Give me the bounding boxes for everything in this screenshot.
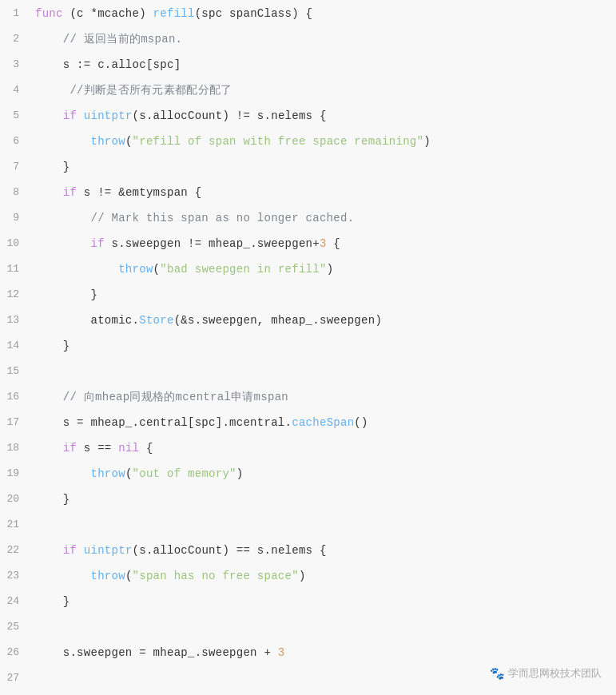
code-token [35, 109, 63, 122]
code-token: "out of memory" [133, 467, 236, 480]
table-row: 1func (c *mcache) refill(spc spanClass) … [0, 0, 616, 26]
line-code: // 返回当前的mspan. [29, 26, 616, 51]
line-code: } [29, 486, 616, 511]
line-number: 21 [0, 511, 29, 537]
table-row: 13 atomic.Store(&s.sweepgen, mheap_.swee… [0, 307, 616, 332]
line-number: 12 [0, 281, 29, 307]
line-code: if s != &emtymspan { [29, 179, 616, 205]
table-row: 15 [0, 358, 616, 383]
code-token [35, 135, 90, 148]
line-code: } [29, 153, 616, 179]
line-number: 6 [0, 128, 29, 153]
line-number: 15 [0, 358, 29, 383]
line-code: //判断是否所有元素都配分配了 [29, 77, 616, 102]
code-token [77, 544, 84, 557]
code-token: Store [139, 314, 173, 327]
code-token: ) [299, 570, 306, 582]
line-number: 22 [0, 537, 29, 562]
line-number: 24 [0, 588, 29, 614]
line-number: 26 [0, 639, 29, 665]
line-code: // 向mheap同规格的mcentral申请mspan [29, 383, 616, 409]
code-token: nil [118, 442, 139, 455]
table-row: 24 } [0, 588, 616, 614]
code-token: (c *mcache) [63, 7, 153, 20]
code-token [35, 570, 90, 582]
code-token: // Mark this span as no longer cached. [90, 212, 354, 224]
code-token [35, 84, 70, 97]
line-number: 9 [0, 205, 29, 230]
line-code: if s == nil { [29, 435, 616, 460]
code-token: throw [90, 467, 125, 480]
table-row: 5 if uintptr(s.allocCount) != s.nelems { [0, 102, 616, 128]
code-token: throw [118, 263, 153, 276]
code-token [35, 391, 63, 403]
line-code: s := c.alloc[spc] [29, 51, 616, 77]
code-token: () [354, 416, 368, 429]
code-token: "refill of span with free space remainin… [133, 135, 424, 148]
code-token: ( [125, 570, 133, 582]
code-token: (spc spanClass) { [195, 7, 313, 20]
line-code [29, 511, 616, 537]
table-row: 6 throw("refill of span with free space … [0, 128, 616, 153]
code-token: { [139, 442, 153, 455]
line-number: 13 [0, 307, 29, 332]
line-code: throw("refill of span with free space re… [29, 128, 616, 153]
line-number: 14 [0, 332, 29, 358]
line-code: throw("bad sweepgen in refill") [29, 256, 616, 281]
code-token: refill [153, 7, 195, 20]
table-row: 21 [0, 511, 616, 537]
code-token: ( [125, 135, 133, 148]
line-code: } [29, 588, 616, 614]
line-code [29, 614, 616, 639]
code-token: "bad sweepgen in refill" [160, 263, 326, 276]
table-row: 22 if uintptr(s.allocCount) == s.nelems … [0, 537, 616, 562]
code-token: if [63, 442, 77, 455]
code-token: uintptr [84, 109, 133, 122]
line-number: 4 [0, 77, 29, 102]
code-token: cacheSpan [292, 416, 354, 429]
code-container: 1func (c *mcache) refill(spc spanClass) … [0, 0, 616, 695]
code-token: s == [77, 442, 118, 455]
line-number: 5 [0, 102, 29, 128]
line-code: throw("out of memory") [29, 460, 616, 486]
table-row: 10 if s.sweepgen != mheap_.sweepgen+3 { [0, 230, 616, 256]
code-token: s.sweepgen = mheap_.sweepgen + [35, 646, 278, 659]
code-token: s := c.alloc[spc] [35, 58, 181, 71]
line-code: } [29, 332, 616, 358]
line-code: // Mark this span as no longer cached. [29, 205, 616, 230]
code-token: (s.allocCount) != s.nelems { [133, 109, 327, 122]
code-token: 3 [278, 646, 285, 659]
table-row: 20 } [0, 486, 616, 511]
table-row: 25 [0, 614, 616, 639]
code-token: if [63, 109, 77, 122]
code-token: (&s.sweepgen, mheap_.sweepgen) [174, 314, 382, 327]
code-token: atomic. [35, 314, 139, 327]
code-token: { [327, 237, 340, 250]
line-number: 3 [0, 51, 29, 77]
code-token: } [35, 340, 70, 352]
line-number: 16 [0, 383, 29, 409]
line-number: 18 [0, 435, 29, 460]
table-row: 11 throw("bad sweepgen in refill") [0, 256, 616, 281]
code-token: throw [90, 570, 125, 582]
table-row: 28 c.alloc[spc] = s [0, 690, 616, 695]
table-row: 14 } [0, 332, 616, 358]
code-token: s.sweepgen != mheap_.sweepgen+ [105, 237, 320, 250]
table-row: 12 } [0, 281, 616, 307]
code-token [35, 442, 63, 455]
code-token: if [63, 186, 77, 199]
line-number: 23 [0, 562, 29, 588]
watermark: 🐾 学而思网校技术团队 [490, 666, 602, 681]
code-token: //判断是否所有元素都配分配了 [70, 84, 232, 97]
table-row: 19 throw("out of memory") [0, 460, 616, 486]
code-token: // 返回当前的mspan. [63, 33, 183, 46]
line-number: 17 [0, 409, 29, 435]
line-number: 2 [0, 26, 29, 51]
code-token: } [35, 288, 97, 301]
code-token: // 向mheap同规格的mcentral申请mspan [63, 391, 288, 403]
code-token [35, 263, 118, 276]
table-row: 9 // Mark this span as no longer cached. [0, 205, 616, 230]
table-row: 3 s := c.alloc[spc] [0, 51, 616, 77]
code-token: } [35, 493, 70, 506]
line-number: 27 [0, 665, 29, 690]
